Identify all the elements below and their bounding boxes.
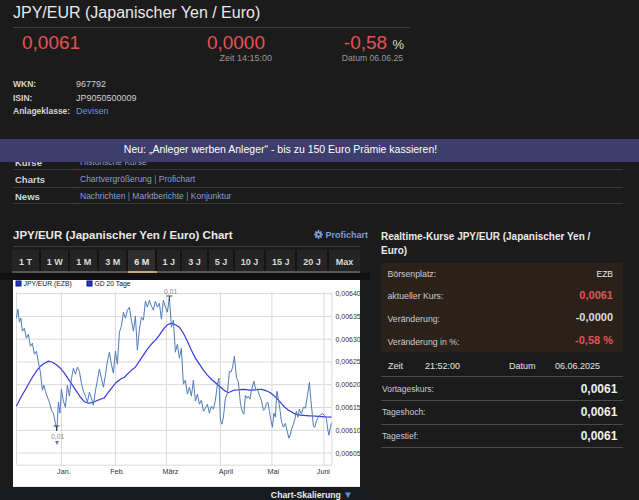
svg-text:Mai: Mai [267,467,279,476]
svg-text:0,01: 0,01 [164,288,177,295]
svg-text:0,00625: 0,00625 [335,358,360,365]
svg-text:GD 20 Tage: GD 20 Tage [94,280,130,288]
svg-text:JPY/EUR (EZB): JPY/EUR (EZB) [23,280,71,288]
svg-text:0,00640: 0,00640 [335,290,360,297]
svg-text:0,00620: 0,00620 [335,381,360,388]
svg-text:Juni: Juni [316,467,330,476]
svg-text:Jan.: Jan. [57,467,71,476]
svg-text:März: März [162,467,178,476]
svg-text:0,01: 0,01 [51,433,64,440]
svg-text:0,00605: 0,00605 [335,449,360,456]
svg-text:April: April [218,467,233,476]
svg-text:0,00615: 0,00615 [335,404,360,411]
svg-text:0,00635: 0,00635 [335,313,360,320]
svg-text:Feb.: Feb. [110,467,124,476]
svg-text:0,00610: 0,00610 [335,427,360,434]
svg-text:0,00630: 0,00630 [335,335,360,342]
